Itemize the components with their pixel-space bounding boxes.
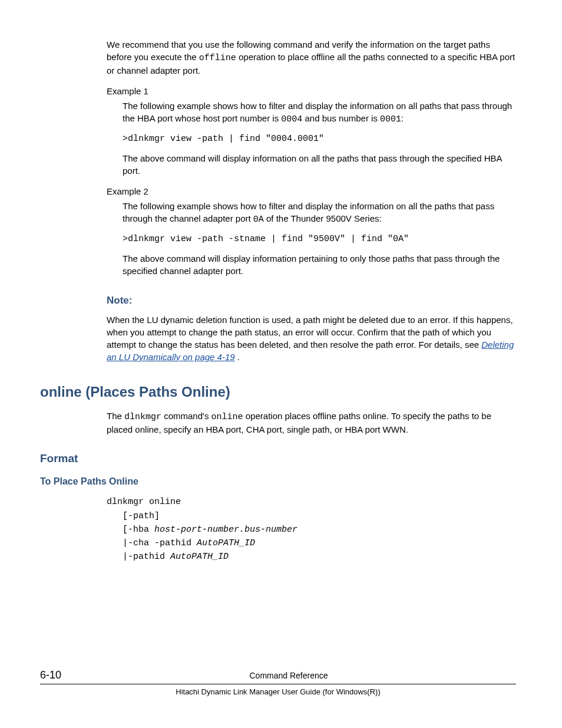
example1-body2: The above command will display informati… bbox=[123, 152, 516, 177]
intro-paragraph: We recommend that you use the following … bbox=[107, 38, 516, 77]
example2-text-b: of the Thunder 9500V Series: bbox=[264, 213, 382, 223]
online-code1: dlnkmgr bbox=[124, 412, 161, 422]
intro-code: offline bbox=[199, 53, 236, 63]
example1-text-c: : bbox=[401, 113, 404, 123]
example1-body1: The following example shows how to filte… bbox=[123, 100, 516, 126]
syntax-line4b: AutoPATH_ID bbox=[197, 538, 255, 548]
example1-command: >dlnkmgr view -path | find "0004.0001" bbox=[123, 133, 516, 145]
online-text-a: The bbox=[107, 411, 124, 421]
note-body: When the LU dynamic deletion function is… bbox=[107, 314, 516, 363]
note-text: When the LU dynamic deletion function is… bbox=[107, 315, 513, 350]
syntax-block: dlnkmgr online [-path] [-hba host-port-n… bbox=[107, 495, 516, 564]
footer-rule bbox=[40, 684, 516, 684]
note-tail: . bbox=[235, 352, 240, 362]
example1-code2: 0001 bbox=[380, 114, 401, 124]
page-footer: 6-10 Command Reference Hitachi Dynamic L… bbox=[40, 668, 516, 697]
note-heading: Note: bbox=[107, 294, 516, 308]
example2-body1: The following example shows how to filte… bbox=[123, 200, 516, 226]
format-heading: Format bbox=[40, 451, 516, 467]
syntax-line4a: |-cha -pathid bbox=[107, 538, 197, 548]
example2-label: Example 2 bbox=[107, 185, 516, 197]
example1-label: Example 1 bbox=[107, 85, 516, 97]
syntax-line3b: host-port-number.bus-number bbox=[154, 525, 297, 535]
doc-title: Hitachi Dynamic Link Manager User Guide … bbox=[40, 687, 516, 697]
syntax-line1: dlnkmgr online bbox=[107, 497, 181, 507]
online-heading: online (Places Paths Online) bbox=[40, 382, 516, 402]
page-number: 6-10 bbox=[40, 668, 61, 683]
syntax-line5b: AutoPATH_ID bbox=[170, 552, 229, 562]
online-text-b: command's bbox=[161, 411, 211, 421]
example2-body2: The above command will display informati… bbox=[123, 252, 516, 277]
example1-text-b: and bus number is bbox=[302, 113, 380, 123]
example1-code1: 0004 bbox=[281, 114, 302, 124]
example2-code1: 0A bbox=[253, 215, 264, 225]
syntax-line5a: |-pathid bbox=[107, 552, 170, 562]
format-sub-heading: To Place Paths Online bbox=[40, 475, 516, 488]
syntax-line2: [-path] bbox=[107, 511, 160, 521]
syntax-line3a: [-hba bbox=[107, 525, 154, 535]
example2-command: >dlnkmgr view -path -stname | find "9500… bbox=[123, 233, 516, 245]
chapter-title: Command Reference bbox=[61, 670, 516, 682]
online-paragraph: The dlnkmgr command's online operation p… bbox=[107, 410, 516, 436]
online-code2: online bbox=[211, 412, 243, 422]
